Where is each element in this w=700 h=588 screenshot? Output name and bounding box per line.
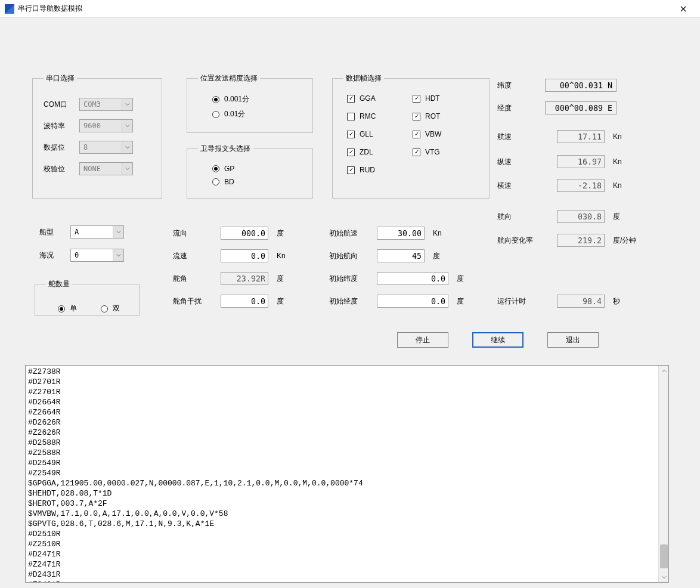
initlon-input[interactable]	[377, 295, 448, 308]
frame-label: HDT	[425, 94, 440, 103]
shiptype-select[interactable]: A	[70, 225, 124, 239]
log-line[interactable]: #Z2588R	[28, 448, 666, 458]
rudder-double[interactable]: 双	[101, 304, 120, 314]
scroll-down-icon[interactable]	[659, 572, 669, 582]
flowdir-input[interactable]	[221, 227, 268, 240]
databits-value: 8	[83, 143, 88, 151]
initlat-input[interactable]	[377, 272, 448, 285]
frame-rot[interactable]: ROT	[413, 112, 478, 120]
radio-icon	[212, 165, 219, 172]
radio-icon	[58, 305, 65, 312]
frame-rmc[interactable]: RMC	[347, 112, 413, 120]
log-line[interactable]: #Z2471R	[28, 559, 666, 570]
initlat-unit: 度	[457, 274, 481, 284]
frame-label: ZDL	[360, 148, 373, 156]
log-line[interactable]: #D2510R	[28, 529, 666, 539]
com-label: COM口	[44, 100, 79, 110]
frame-gga[interactable]: GGA	[347, 94, 413, 103]
scroll-thumb[interactable]	[660, 544, 668, 568]
log-line[interactable]: #Z2549R	[28, 468, 666, 478]
log-line[interactable]: #Z2738R	[28, 367, 666, 377]
exit-button[interactable]: 退出	[547, 332, 599, 348]
initlon-unit: 度	[457, 296, 481, 307]
log-line[interactable]: #D2549R	[28, 458, 666, 468]
log-line[interactable]: #Z2664R	[28, 407, 666, 417]
rudder-single-label: 单	[70, 304, 77, 314]
log-line[interactable]: $HEROT,003.7,A*2F	[28, 499, 666, 509]
header-opt1[interactable]: GP	[212, 165, 302, 173]
log-line[interactable]: $GPVTG,028.6,T,028.6,M,17.1,N,9.3,K,A*1E	[28, 519, 666, 529]
log-line[interactable]: #D2588R	[28, 438, 666, 448]
log-line[interactable]: #D2471R	[28, 549, 666, 559]
inithdg-input[interactable]	[377, 249, 425, 262]
frame-vtg[interactable]: VTG	[413, 148, 478, 156]
chevron-down-icon	[122, 141, 132, 153]
log-line[interactable]: #D2431R	[28, 570, 666, 580]
checkbox-icon	[347, 148, 355, 156]
initlat-label: 初始纬度	[329, 274, 377, 284]
precision-opt1-label: 0.001分	[224, 94, 249, 104]
precision-opt1[interactable]: 0.001分	[212, 94, 302, 104]
checkbox-icon	[413, 148, 420, 156]
precision-legend: 位置发送精度选择	[198, 73, 260, 83]
frame-label: RMC	[360, 112, 376, 120]
inithdg-unit: 度	[433, 251, 457, 261]
ruddernoise-unit: 度	[277, 296, 301, 307]
rudder-double-label: 双	[113, 304, 120, 314]
baud-select[interactable]: 9600	[79, 119, 133, 132]
log-line[interactable]: #D2701R	[28, 377, 666, 387]
checkbox-icon	[347, 113, 355, 120]
frame-hdt[interactable]: HDT	[413, 94, 478, 103]
checkbox-icon	[347, 95, 355, 103]
rudder-single[interactable]: 单	[58, 304, 77, 314]
checkbox-icon	[413, 131, 420, 138]
log-line[interactable]: #Z2431R	[28, 580, 666, 583]
shiptype-label: 船型	[39, 227, 70, 237]
log-line[interactable]: #Z2510R	[28, 539, 666, 549]
chevron-down-icon	[113, 249, 123, 261]
com-select[interactable]: COM3	[79, 98, 133, 111]
frame-gll[interactable]: GLL	[347, 130, 413, 138]
sog-unit: Kn	[613, 132, 637, 141]
hspd-display	[557, 179, 605, 192]
ruddernoise-input[interactable]	[221, 295, 268, 308]
flowspd-label: 流速	[173, 251, 221, 261]
resume-button[interactable]: 继续	[472, 332, 524, 348]
log-line[interactable]: $HEHDT,028.08,T*1D	[28, 488, 666, 499]
precision-opt2[interactable]: 0.01分	[212, 109, 302, 119]
sea-select[interactable]: 0	[70, 249, 124, 262]
precision-group: 位置发送精度选择 0.001分 0.01分	[187, 73, 313, 133]
frame-rud[interactable]: RUD	[347, 166, 413, 174]
log-line[interactable]: $GPGGA,121905.00,0000.027,N,00000.087,E,…	[28, 478, 666, 488]
close-button[interactable]	[671, 0, 695, 18]
log-line[interactable]: #D2664R	[28, 397, 666, 407]
databits-select[interactable]: 8	[79, 141, 133, 154]
lat-display	[545, 79, 617, 92]
hdg-label: 航向	[497, 212, 557, 222]
scrollbar[interactable]	[658, 366, 668, 582]
scroll-up-icon[interactable]	[659, 366, 669, 376]
parity-select[interactable]: NONE	[79, 162, 133, 175]
frame-label: RUD	[360, 166, 375, 174]
parity-value: NONE	[83, 165, 101, 173]
checkbox-icon	[413, 95, 420, 103]
header-opt2[interactable]: BD	[212, 178, 302, 186]
vspd-label: 纵速	[497, 157, 557, 167]
log-line[interactable]: #Z2626R	[28, 428, 666, 438]
frame-vbw[interactable]: VBW	[413, 130, 478, 138]
header-legend: 卫导报文头选择	[198, 144, 253, 154]
checkbox-icon	[347, 166, 355, 174]
close-icon	[680, 6, 686, 12]
rudderang-unit: 度	[277, 274, 301, 284]
log-listbox[interactable]: #Z2738R#D2701R#Z2701R#D2664R#Z2664R#D262…	[25, 365, 669, 583]
initspd-input[interactable]	[377, 227, 425, 240]
stop-button[interactable]: 停止	[397, 332, 448, 348]
log-line[interactable]: #Z2701R	[28, 387, 666, 397]
frame-zdl[interactable]: ZDL	[347, 148, 413, 156]
rudder-count-legend: 舵数量	[46, 279, 72, 289]
flowspd-input[interactable]	[221, 249, 268, 262]
log-line[interactable]: $VMVBW,17.1,0.0,A,17.1,0.0,A,0.0,V,0.0,V…	[28, 509, 666, 519]
log-line[interactable]: #D2626R	[28, 417, 666, 428]
frame-label: ROT	[425, 112, 440, 120]
rudderang-label: 舵角	[173, 274, 221, 284]
